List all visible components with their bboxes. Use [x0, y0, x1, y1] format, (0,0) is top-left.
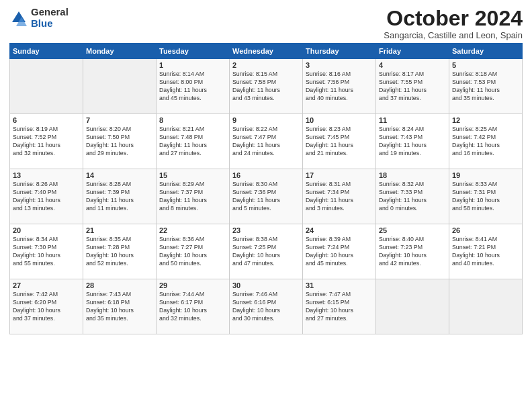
header-sunday: Sunday [10, 44, 83, 59]
calendar-week-row: 1Sunrise: 8:14 AMSunset: 8:00 PMDaylight… [10, 59, 523, 114]
table-row: 25Sunrise: 8:40 AMSunset: 7:23 PMDayligh… [376, 224, 449, 279]
table-row: 17Sunrise: 8:31 AMSunset: 7:34 PMDayligh… [303, 169, 376, 224]
day-number: 30 [232, 281, 300, 289]
day-number: 12 [452, 116, 519, 124]
month-title: October 2024 [384, 7, 523, 30]
day-number: 21 [86, 226, 153, 234]
weekday-header-row: Sunday Monday Tuesday Wednesday Thursday… [10, 44, 523, 59]
day-info: Sunrise: 8:19 AMSunset: 7:52 PMDaylight:… [13, 126, 80, 158]
day-number: 24 [306, 226, 373, 234]
table-row: 7Sunrise: 8:20 AMSunset: 7:50 PMDaylight… [83, 114, 157, 169]
day-number: 9 [232, 116, 300, 124]
day-number: 4 [379, 61, 446, 69]
table-row: 21Sunrise: 8:35 AMSunset: 7:28 PMDayligh… [83, 224, 157, 279]
day-number: 11 [379, 116, 446, 124]
calendar-body: 1Sunrise: 8:14 AMSunset: 8:00 PMDaylight… [10, 59, 523, 334]
day-number: 3 [306, 61, 373, 69]
table-row: 15Sunrise: 8:29 AMSunset: 7:37 PMDayligh… [157, 169, 230, 224]
day-info: Sunrise: 8:14 AMSunset: 8:00 PMDaylight:… [159, 71, 226, 103]
day-info: Sunrise: 7:44 AMSunset: 6:17 PMDaylight:… [159, 291, 226, 323]
calendar-week-row: 13Sunrise: 8:26 AMSunset: 7:40 PMDayligh… [10, 169, 523, 224]
table-row: 12Sunrise: 8:25 AMSunset: 7:42 PMDayligh… [449, 114, 523, 169]
calendar-week-row: 6Sunrise: 8:19 AMSunset: 7:52 PMDaylight… [10, 114, 523, 169]
day-number: 28 [86, 281, 153, 289]
day-info: Sunrise: 8:34 AMSunset: 7:30 PMDaylight:… [13, 236, 80, 268]
day-info: Sunrise: 7:43 AMSunset: 6:18 PMDaylight:… [86, 291, 153, 323]
day-info: Sunrise: 8:26 AMSunset: 7:40 PMDaylight:… [13, 181, 80, 213]
day-info: Sunrise: 8:38 AMSunset: 7:25 PMDaylight:… [232, 236, 300, 268]
calendar-week-row: 20Sunrise: 8:34 AMSunset: 7:30 PMDayligh… [10, 224, 523, 279]
day-info: Sunrise: 8:17 AMSunset: 7:55 PMDaylight:… [379, 71, 446, 103]
day-info: Sunrise: 8:35 AMSunset: 7:28 PMDaylight:… [86, 236, 153, 268]
table-row: 28Sunrise: 7:43 AMSunset: 6:18 PMDayligh… [83, 279, 157, 334]
table-row: 22Sunrise: 8:36 AMSunset: 7:27 PMDayligh… [157, 224, 230, 279]
logo-text: General Blue [31, 7, 69, 29]
day-info: Sunrise: 8:24 AMSunset: 7:43 PMDaylight:… [379, 126, 446, 158]
day-number: 22 [159, 226, 226, 234]
day-info: Sunrise: 8:22 AMSunset: 7:47 PMDaylight:… [232, 126, 300, 158]
day-info: Sunrise: 8:33 AMSunset: 7:31 PMDaylight:… [452, 181, 519, 213]
day-number: 23 [232, 226, 300, 234]
day-info: Sunrise: 8:18 AMSunset: 7:53 PMDaylight:… [452, 71, 519, 103]
day-number: 29 [159, 281, 226, 289]
day-info: Sunrise: 8:32 AMSunset: 7:33 PMDaylight:… [379, 181, 446, 213]
table-row: 6Sunrise: 8:19 AMSunset: 7:52 PMDaylight… [10, 114, 83, 169]
table-row: 26Sunrise: 8:41 AMSunset: 7:21 PMDayligh… [449, 224, 523, 279]
day-info: Sunrise: 8:21 AMSunset: 7:48 PMDaylight:… [159, 126, 226, 158]
table-row: 9Sunrise: 8:22 AMSunset: 7:47 PMDaylight… [230, 114, 303, 169]
day-number: 15 [159, 171, 226, 179]
table-row: 19Sunrise: 8:33 AMSunset: 7:31 PMDayligh… [449, 169, 523, 224]
day-number: 26 [452, 226, 519, 234]
header: General Blue October 2024 Sangarcia, Cas… [9, 7, 523, 40]
day-number: 7 [86, 116, 153, 124]
calendar-header: Sunday Monday Tuesday Wednesday Thursday… [10, 44, 523, 59]
day-info: Sunrise: 8:41 AMSunset: 7:21 PMDaylight:… [452, 236, 519, 268]
day-number: 1 [159, 61, 226, 69]
day-number: 17 [306, 171, 373, 179]
day-number: 13 [13, 171, 80, 179]
day-info: Sunrise: 8:28 AMSunset: 7:39 PMDaylight:… [86, 181, 153, 213]
table-row [376, 279, 449, 334]
header-wednesday: Wednesday [230, 44, 303, 59]
table-row: 16Sunrise: 8:30 AMSunset: 7:36 PMDayligh… [230, 169, 303, 224]
day-number: 2 [232, 61, 300, 69]
day-info: Sunrise: 8:20 AMSunset: 7:50 PMDaylight:… [86, 126, 153, 158]
day-info: Sunrise: 8:16 AMSunset: 7:56 PMDaylight:… [306, 71, 373, 103]
day-info: Sunrise: 8:40 AMSunset: 7:23 PMDaylight:… [379, 236, 446, 268]
day-info: Sunrise: 7:42 AMSunset: 6:20 PMDaylight:… [13, 291, 80, 323]
day-info: Sunrise: 8:15 AMSunset: 7:58 PMDaylight:… [232, 71, 300, 103]
table-row [449, 279, 523, 334]
table-row: 27Sunrise: 7:42 AMSunset: 6:20 PMDayligh… [10, 279, 83, 334]
day-number: 31 [306, 281, 373, 289]
day-info: Sunrise: 8:39 AMSunset: 7:24 PMDaylight:… [306, 236, 373, 268]
day-number: 5 [452, 61, 519, 69]
table-row: 23Sunrise: 8:38 AMSunset: 7:25 PMDayligh… [230, 224, 303, 279]
day-number: 27 [13, 281, 80, 289]
logo-general-label: General [31, 7, 69, 18]
day-info: Sunrise: 8:36 AMSunset: 7:27 PMDaylight:… [159, 236, 226, 268]
table-row: 29Sunrise: 7:44 AMSunset: 6:17 PMDayligh… [157, 279, 230, 334]
table-row: 20Sunrise: 8:34 AMSunset: 7:30 PMDayligh… [10, 224, 83, 279]
table-row [83, 59, 157, 114]
table-row: 5Sunrise: 8:18 AMSunset: 7:53 PMDaylight… [449, 59, 523, 114]
table-row: 14Sunrise: 8:28 AMSunset: 7:39 PMDayligh… [83, 169, 157, 224]
day-number: 19 [452, 171, 519, 179]
day-number: 25 [379, 226, 446, 234]
header-monday: Monday [83, 44, 157, 59]
logo: General Blue [9, 7, 69, 29]
table-row: 8Sunrise: 8:21 AMSunset: 7:48 PMDaylight… [157, 114, 230, 169]
day-number: 10 [306, 116, 373, 124]
logo-blue-label: Blue [31, 18, 69, 30]
day-number: 8 [159, 116, 226, 124]
day-info: Sunrise: 8:25 AMSunset: 7:42 PMDaylight:… [452, 126, 519, 158]
day-info: Sunrise: 8:30 AMSunset: 7:36 PMDaylight:… [232, 181, 300, 213]
day-info: Sunrise: 7:46 AMSunset: 6:16 PMDaylight:… [232, 291, 300, 323]
day-info: Sunrise: 7:47 AMSunset: 6:15 PMDaylight:… [306, 291, 373, 323]
day-number: 6 [13, 116, 80, 124]
header-thursday: Thursday [303, 44, 376, 59]
header-friday: Friday [376, 44, 449, 59]
calendar-table: Sunday Monday Tuesday Wednesday Thursday… [9, 43, 523, 334]
location-subtitle: Sangarcia, Castille and Leon, Spain [384, 30, 523, 40]
table-row: 11Sunrise: 8:24 AMSunset: 7:43 PMDayligh… [376, 114, 449, 169]
header-saturday: Saturday [449, 44, 523, 59]
